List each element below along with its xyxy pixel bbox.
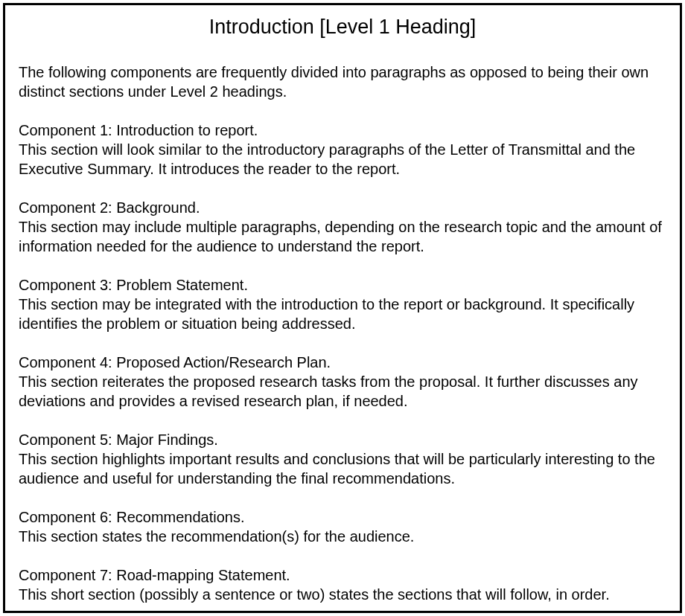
component-description: This section may include multiple paragr… [19,217,666,256]
component-block: Component 6: Recommendations. This secti… [19,507,666,546]
document-frame: Introduction [Level 1 Heading] The follo… [3,3,682,613]
intro-paragraph: The following components are frequently … [19,62,666,101]
component-description: This section will look similar to the in… [19,140,666,179]
component-title: Component 6: Recommendations. [19,507,666,527]
component-title: Component 7: Road-mapping Statement. [19,565,666,585]
component-title: Component 1: Introduction to report. [19,121,666,140]
component-description: This section may be integrated with the … [19,295,666,333]
component-block: Component 4: Proposed Action/Research Pl… [19,353,666,411]
component-title: Component 3: Problem Statement. [19,275,666,295]
component-description: This short section (possibly a sentence … [19,585,666,604]
component-block: Component 2: Background. This section ma… [19,198,666,256]
component-block: Component 7: Road-mapping Statement. Thi… [19,565,666,604]
component-description: This section reiterates the proposed res… [19,372,666,411]
component-block: Component 5: Major Findings. This sectio… [19,430,666,488]
component-title: Component 2: Background. [19,198,666,217]
page-title: Introduction [Level 1 Heading] [19,16,666,39]
component-title: Component 5: Major Findings. [19,430,666,449]
component-block: Component 3: Problem Statement. This sec… [19,275,666,333]
component-title: Component 4: Proposed Action/Research Pl… [19,353,666,372]
component-block: Component 1: Introduction to report. Thi… [19,121,666,179]
component-description: This section highlights important result… [19,449,666,488]
component-description: This section states the recommendation(s… [19,527,666,546]
